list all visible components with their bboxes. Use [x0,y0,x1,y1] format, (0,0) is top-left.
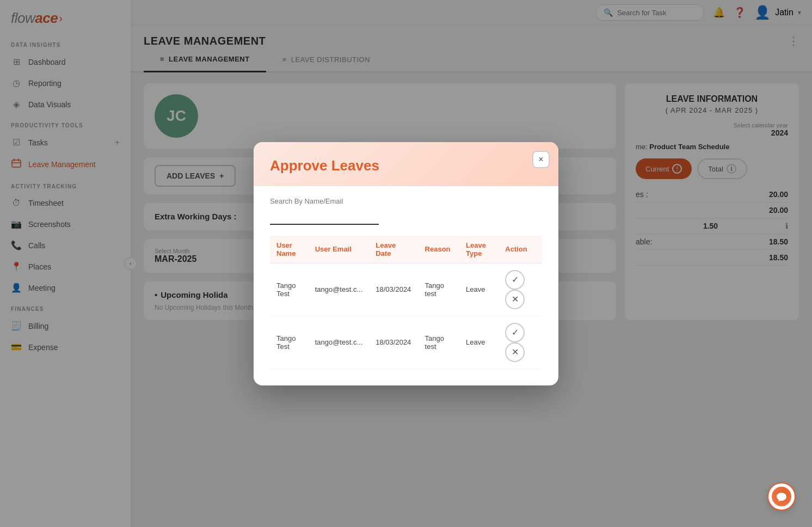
col-user-email: User Email [309,236,370,264]
modal-search-input[interactable] [270,209,379,225]
reject-button[interactable]: ✕ [505,290,525,309]
cell-leave-type: Leave [459,316,499,369]
cell-leave-type: Leave [459,263,499,316]
cell-leave-date: 18/03/2024 [369,263,418,316]
approve-button[interactable]: ✓ [505,270,525,290]
modal-close-button[interactable]: × [532,151,550,168]
table-row: Tango Test tango@test.c... 18/03/2024 Ta… [270,263,542,316]
reject-button[interactable]: ✕ [505,342,525,362]
modal-title: Approve Leaves [270,157,542,174]
approve-leaves-table: User Name User Email Leave Date Reason L… [270,236,542,369]
cell-user-email: tango@test.c... [309,316,370,369]
search-field-label: Search By Name/Email [270,197,542,205]
cell-action: ✓ ✕ [499,316,542,369]
modal-body: Search By Name/Email User Name User Emai… [254,186,558,385]
col-leave-date: Leave Date [369,236,418,264]
cell-reason: Tango test [419,316,459,369]
approve-button[interactable]: ✓ [505,323,525,342]
cell-user-email: tango@test.c... [309,263,370,316]
col-action: Action [499,236,542,264]
cell-user-name: Tango Test [270,316,309,369]
table-row: Tango Test tango@test.c... 18/03/2024 Ta… [270,316,542,369]
table-header-row: User Name User Email Leave Date Reason L… [270,236,542,264]
chat-fab-button[interactable] [767,482,796,511]
cell-action: ✓ ✕ [499,263,542,316]
close-icon: × [538,155,543,164]
col-user-name: User Name [270,236,309,264]
cell-user-name: Tango Test [270,263,309,316]
cell-leave-date: 18/03/2024 [369,316,418,369]
approve-leaves-modal: Approve Leaves × Search By Name/Email Us… [254,142,558,385]
chat-fab-inner [772,487,791,506]
modal-header: Approve Leaves × [254,142,558,186]
col-leave-type: Leave Type [459,236,499,264]
modal-overlay[interactable]: Approve Leaves × Search By Name/Email Us… [0,0,812,527]
col-reason: Reason [419,236,459,264]
cell-reason: Tango test [419,263,459,316]
